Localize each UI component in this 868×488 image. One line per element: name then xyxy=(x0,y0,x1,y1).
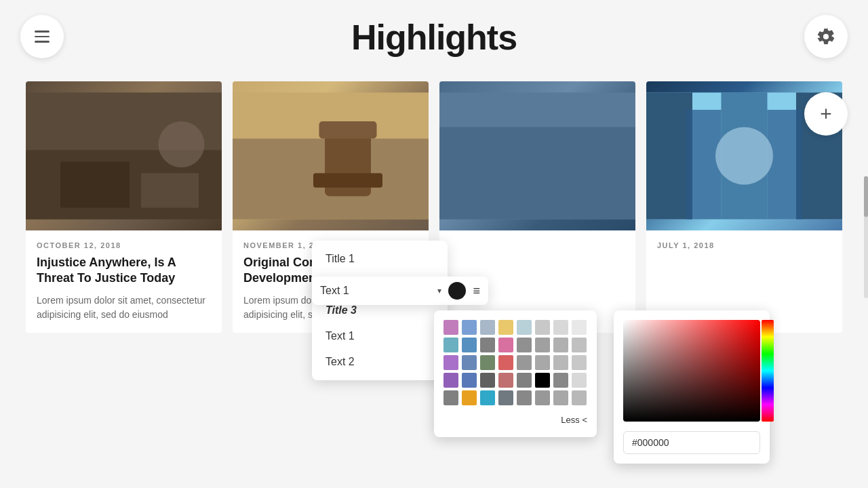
palette-swatch[interactable] xyxy=(517,390,532,405)
color-swatch-button[interactable] xyxy=(448,282,466,300)
palette-swatch[interactable] xyxy=(462,320,477,335)
card-image-1 xyxy=(26,81,222,230)
palette-swatch[interactable] xyxy=(498,338,513,352)
palette-swatch[interactable] xyxy=(517,355,532,370)
svg-rect-9 xyxy=(319,121,377,139)
color-hue-strip[interactable] xyxy=(762,320,774,422)
palette-swatch[interactable] xyxy=(553,373,568,388)
palette-swatch[interactable] xyxy=(517,373,532,388)
palette-grid xyxy=(443,320,587,405)
svg-rect-11 xyxy=(439,127,635,220)
less-button[interactable]: Less < xyxy=(443,412,587,428)
page-title: Highlights xyxy=(351,17,517,58)
scrollbar[interactable] xyxy=(864,176,868,298)
svg-rect-3 xyxy=(60,162,130,208)
palette-swatch[interactable] xyxy=(480,355,495,370)
svg-rect-13 xyxy=(646,93,692,220)
palette-swatch[interactable] xyxy=(443,320,458,335)
palette-swatch[interactable] xyxy=(462,373,477,388)
card-title-1: Injustice Anywhere, Is A Threat To Justi… xyxy=(26,255,222,293)
color-picker-popup: #000000 xyxy=(614,310,770,464)
palette-swatch[interactable] xyxy=(480,320,495,335)
gear-icon xyxy=(816,27,835,46)
palette-swatch[interactable] xyxy=(535,373,550,388)
palette-swatch[interactable] xyxy=(462,390,477,405)
palette-swatch[interactable] xyxy=(553,338,568,352)
card-date-1: OCTOBER 12, 2018 xyxy=(26,230,222,255)
dropdown-item-text2[interactable]: Text 2 xyxy=(312,349,448,375)
dropdown-item-title1[interactable]: Title 1 xyxy=(312,246,448,272)
palette-swatch[interactable] xyxy=(517,338,532,352)
palette-swatch[interactable] xyxy=(443,355,458,370)
card-title-3 xyxy=(439,247,635,253)
plus-icon: + xyxy=(820,104,832,124)
palette-swatch[interactable] xyxy=(572,320,587,335)
dropdown-item-text1[interactable]: Text 1 xyxy=(312,323,448,349)
palette-swatch[interactable] xyxy=(480,390,495,405)
card-title-4 xyxy=(646,255,842,262)
palette-swatch[interactable] xyxy=(535,338,550,352)
card-body-1: Lorem ipsum dolor sit amet, consectetur … xyxy=(26,293,222,333)
text-field-label: Text 1 xyxy=(320,285,431,297)
palette-swatch[interactable] xyxy=(498,320,513,335)
add-button[interactable]: + xyxy=(804,92,848,136)
card-date-4: JULY 1, 2018 xyxy=(646,230,842,255)
palette-swatch[interactable] xyxy=(498,355,513,370)
color-hex-input[interactable]: #000000 xyxy=(623,431,760,454)
card-img-svg-3 xyxy=(439,81,635,230)
palette-swatch[interactable] xyxy=(480,338,495,352)
palette-swatch[interactable] xyxy=(443,390,458,405)
card-date-3 xyxy=(439,230,635,247)
card-img-svg-2 xyxy=(233,81,429,230)
palette-swatch[interactable] xyxy=(553,390,568,405)
svg-rect-4 xyxy=(141,174,199,208)
palette-swatch[interactable] xyxy=(572,338,587,352)
palette-swatch[interactable] xyxy=(498,390,513,405)
svg-rect-15 xyxy=(687,110,722,220)
palette-swatch[interactable] xyxy=(517,320,532,335)
card-img-svg-1 xyxy=(26,81,222,230)
color-gradient[interactable] xyxy=(623,320,760,422)
svg-point-18 xyxy=(715,127,773,185)
color-gradient-wrapper xyxy=(623,320,760,422)
menu-button[interactable] xyxy=(20,15,64,58)
header: Highlights xyxy=(0,0,868,75)
svg-rect-16 xyxy=(768,110,802,220)
palette-swatch[interactable] xyxy=(480,373,495,388)
palette-swatch[interactable] xyxy=(572,390,587,405)
color-palette-popup: Less < xyxy=(434,310,597,437)
text-align-icon[interactable]: ≡ xyxy=(473,284,480,298)
palette-swatch[interactable] xyxy=(443,338,458,352)
dropdown-menu: Title 1 Title 2 Title 3 Text 1 Text 2 xyxy=(312,241,448,380)
card-image-2 xyxy=(233,81,429,230)
palette-swatch[interactable] xyxy=(535,320,550,335)
card-body-3 xyxy=(439,253,635,264)
settings-button[interactable] xyxy=(804,15,848,58)
palette-swatch[interactable] xyxy=(443,373,458,388)
chevron-down-icon: ▾ xyxy=(437,286,441,296)
scrollbar-thumb[interactable] xyxy=(864,176,868,217)
palette-swatch[interactable] xyxy=(572,355,587,370)
palette-swatch[interactable] xyxy=(462,338,477,352)
palette-swatch[interactable] xyxy=(553,320,568,335)
card-1: OCTOBER 12, 2018 Injustice Anywhere, Is … xyxy=(26,81,222,333)
text-field-row: Text 1 ▾ ≡ xyxy=(312,277,488,305)
palette-swatch[interactable] xyxy=(535,390,550,405)
svg-point-2 xyxy=(159,121,205,167)
palette-swatch[interactable] xyxy=(553,355,568,370)
card-body-4 xyxy=(646,262,842,272)
palette-swatch[interactable] xyxy=(535,355,550,370)
palette-swatch[interactable] xyxy=(572,373,587,388)
card-image-3 xyxy=(439,81,635,230)
palette-swatch[interactable] xyxy=(498,373,513,388)
palette-swatch[interactable] xyxy=(462,355,477,370)
svg-rect-8 xyxy=(313,174,382,188)
